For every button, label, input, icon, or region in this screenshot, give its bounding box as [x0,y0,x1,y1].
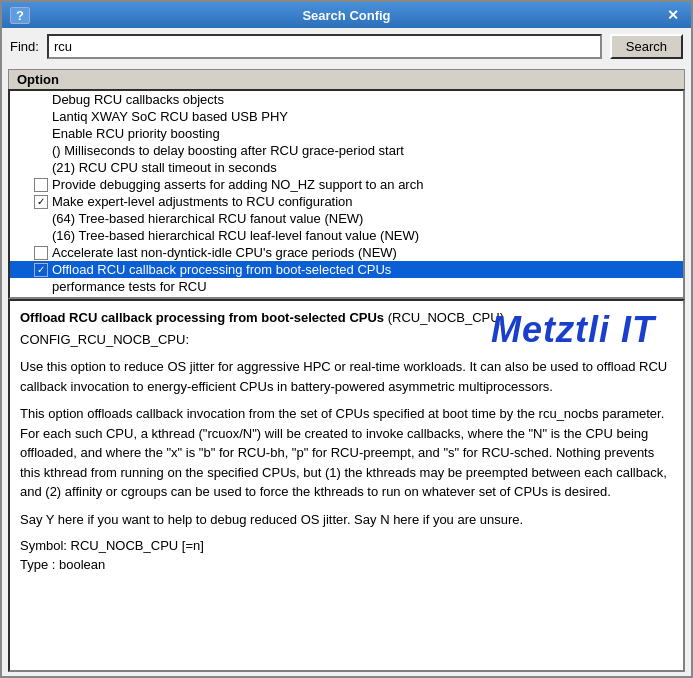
description-area: Metztli IT Offload RCU callback processi… [8,299,685,672]
window-title: Search Config [302,8,390,23]
list-item[interactable]: Lantiq XWAY SoC RCU based USB PHY [10,108,683,125]
description-container[interactable]: Offload RCU callback processing from boo… [8,299,685,672]
desc-para-1: Use this option to reduce OS jitter for … [20,357,673,396]
find-input[interactable] [47,34,602,59]
list-item-label: Enable RCU priority boosting [52,126,220,141]
desc-para-3: Say Y here if you want to help to debug … [20,510,673,530]
option-header: Option [8,69,685,89]
list-item-label: (21) RCU CPU stall timeout in seconds [52,160,277,175]
list-item-label: Accelerate last non-dyntick-idle CPU's g… [52,245,397,260]
list-item-label: Lantiq XWAY SoC RCU based USB PHY [52,109,288,124]
desc-para-2: This option offloads callback invocation… [20,404,673,502]
list-item[interactable]: Debug RCU callbacks objects [10,91,683,108]
desc-title-text: Offload RCU callback processing from boo… [20,310,388,325]
close-button[interactable]: ✕ [663,7,683,23]
list-item[interactable]: ✓Make expert-level adjustments to RCU co… [10,193,683,210]
title-bar-left: ? [10,7,30,24]
title-bar: ? Search Config ✕ [2,2,691,28]
desc-symbol-line: Symbol: RCU_NOCB_CPU [=n] [20,537,673,555]
list-item-label: (16) Tree-based hierarchical RCU leaf-le… [52,228,419,243]
help-button[interactable]: ? [10,7,30,24]
list-item[interactable]: ✓Offload RCU callback processing from bo… [10,261,683,278]
list-item-label: () Milliseconds to delay boosting after … [52,143,404,158]
list-item-label: Offload RCU callback processing from boo… [52,262,391,277]
search-config-window: ? Search Config ✕ Find: Search Option De… [0,0,693,678]
list-item-label: (64) Tree-based hierarchical RCU fanout … [52,211,363,226]
list-item[interactable]: Accelerate last non-dyntick-idle CPU's g… [10,244,683,261]
list-item-label: Debug RCU callbacks objects [52,92,224,107]
list-item-label: Make expert-level adjustments to RCU con… [52,194,353,209]
desc-title: Offload RCU callback processing from boo… [20,309,673,327]
main-content: Option Debug RCU callbacks objectsLantiq… [2,65,691,676]
list-item[interactable]: performance tests for RCU [10,278,683,295]
find-bar: Find: Search [2,28,691,65]
list-item[interactable]: Provide debugging asserts for adding NO_… [10,176,683,193]
desc-config: CONFIG_RCU_NOCB_CPU: [20,331,673,349]
search-button[interactable]: Search [610,34,683,59]
list-item[interactable]: () Milliseconds to delay boosting after … [10,142,683,159]
desc-type-line: Type : boolean [20,556,673,574]
list-item-label: performance tests for RCU [52,279,207,294]
options-list[interactable]: Debug RCU callbacks objectsLantiq XWAY S… [8,89,685,299]
list-item[interactable]: (64) Tree-based hierarchical RCU fanout … [10,210,683,227]
find-label: Find: [10,39,39,54]
list-item[interactable]: (16) Tree-based hierarchical RCU leaf-le… [10,227,683,244]
list-item[interactable]: Enable RCU priority boosting [10,125,683,142]
list-item[interactable]: (21) RCU CPU stall timeout in seconds [10,159,683,176]
desc-symbol-ref: (RCU_NOCB_CPU) [388,310,504,325]
list-item-label: Provide debugging asserts for adding NO_… [52,177,423,192]
